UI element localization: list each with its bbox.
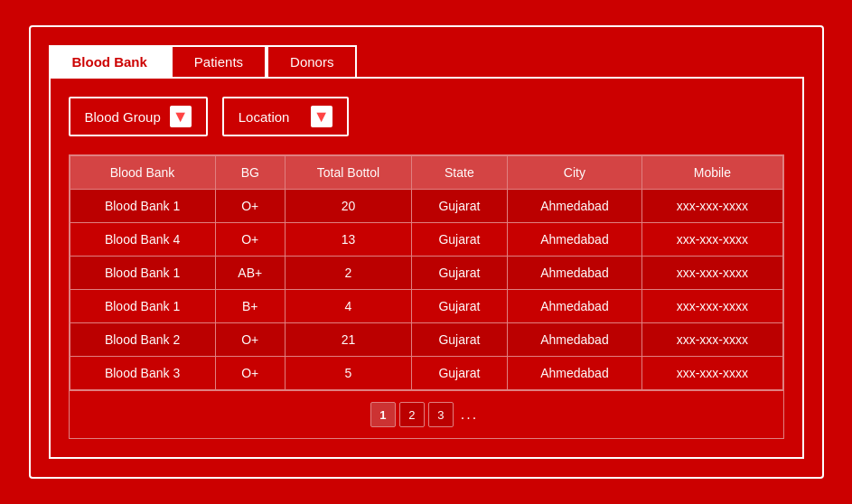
- col-header-mobile: Mobile: [642, 156, 782, 190]
- cell-city: Ahmedabad: [507, 357, 642, 390]
- cell-name: Blood Bank 1: [70, 290, 215, 323]
- col-header-state: State: [412, 156, 508, 190]
- tab-patients[interactable]: Patients: [171, 45, 267, 77]
- cell-total: 5: [285, 357, 411, 390]
- cell-state: Gujarat: [412, 323, 508, 357]
- cell-name: Blood Bank 3: [70, 357, 215, 390]
- cell-bg: O+: [215, 323, 285, 357]
- col-header-blood-bank: Blood Bank: [70, 156, 215, 190]
- data-table: Blood Bank BG Total Bottol State City Mo…: [70, 155, 783, 390]
- cell-state: Gujarat: [412, 223, 508, 257]
- cell-total: 21: [285, 323, 411, 357]
- filter-row: Blood Group ▼ Location ▼: [69, 97, 784, 136]
- cell-total: 20: [285, 190, 411, 223]
- cell-city: Ahmedabad: [507, 257, 642, 290]
- cell-mobile: xxx-xxx-xxxx: [642, 190, 782, 223]
- cell-bg: AB+: [215, 257, 285, 290]
- cell-mobile: xxx-xxx-xxxx: [642, 357, 782, 390]
- page-btn-1[interactable]: 1: [370, 402, 396, 427]
- tabs: Blood Bank Patients Donors: [49, 45, 804, 77]
- tab-donors[interactable]: Donors: [267, 45, 357, 77]
- blood-group-filter[interactable]: Blood Group ▼: [69, 97, 208, 136]
- table-row: Blood Bank 3O+5GujaratAhmedabadxxx-xxx-x…: [70, 357, 782, 390]
- pagination: 1 2 3 ...: [70, 390, 783, 438]
- pagination-dots: ...: [457, 406, 482, 423]
- cell-name: Blood Bank 2: [70, 323, 215, 357]
- cell-total: 2: [285, 257, 411, 290]
- table-row: Blood Bank 1B+4GujaratAhmedabadxxx-xxx-x…: [70, 290, 782, 323]
- col-header-total-bottol: Total Bottol: [285, 156, 411, 190]
- location-filter[interactable]: Location ▼: [222, 97, 349, 136]
- cell-state: Gujarat: [412, 357, 508, 390]
- table-header-row: Blood Bank BG Total Bottol State City Mo…: [70, 156, 782, 190]
- cell-city: Ahmedabad: [507, 223, 642, 257]
- cell-name: Blood Bank 4: [70, 223, 215, 257]
- cell-name: Blood Bank 1: [70, 190, 215, 223]
- col-header-city: City: [507, 156, 642, 190]
- cell-bg: O+: [215, 190, 285, 223]
- page-btn-3[interactable]: 3: [428, 402, 454, 427]
- table-row: Blood Bank 2O+21GujaratAhmedabadxxx-xxx-…: [70, 323, 782, 357]
- page-btn-2[interactable]: 2: [399, 402, 425, 427]
- cell-mobile: xxx-xxx-xxxx: [642, 290, 782, 323]
- main-panel: Blood Group ▼ Location ▼ Blood Bank BG T…: [49, 77, 804, 459]
- table-body: Blood Bank 1O+20GujaratAhmedabadxxx-xxx-…: [70, 190, 782, 390]
- location-arrow-icon: ▼: [311, 106, 332, 127]
- cell-mobile: xxx-xxx-xxxx: [642, 257, 782, 290]
- cell-bg: O+: [215, 223, 285, 257]
- table-container: Blood Bank BG Total Bottol State City Mo…: [69, 154, 784, 439]
- cell-total: 4: [285, 290, 411, 323]
- table-row: Blood Bank 1AB+2GujaratAhmedabadxxx-xxx-…: [70, 257, 782, 290]
- blood-group-label: Blood Group: [85, 109, 161, 125]
- blood-group-arrow-icon: ▼: [170, 106, 192, 127]
- cell-bg: O+: [215, 357, 285, 390]
- location-label: Location: [239, 109, 290, 125]
- cell-name: Blood Bank 1: [70, 257, 215, 290]
- cell-city: Ahmedabad: [507, 190, 642, 223]
- table-row: Blood Bank 1O+20GujaratAhmedabadxxx-xxx-…: [70, 190, 782, 223]
- cell-state: Gujarat: [412, 190, 508, 223]
- col-header-bg: BG: [215, 156, 285, 190]
- cell-mobile: xxx-xxx-xxxx: [642, 223, 782, 257]
- outer-container: Blood Bank Patients Donors Blood Group ▼…: [29, 25, 824, 479]
- cell-city: Ahmedabad: [507, 323, 642, 357]
- table-row: Blood Bank 4O+13GujaratAhmedabadxxx-xxx-…: [70, 223, 782, 257]
- cell-state: Gujarat: [412, 257, 508, 290]
- cell-mobile: xxx-xxx-xxxx: [642, 323, 782, 357]
- cell-state: Gujarat: [412, 290, 508, 323]
- tab-blood-bank[interactable]: Blood Bank: [49, 45, 171, 77]
- cell-total: 13: [285, 223, 411, 257]
- cell-city: Ahmedabad: [507, 290, 642, 323]
- cell-bg: B+: [215, 290, 285, 323]
